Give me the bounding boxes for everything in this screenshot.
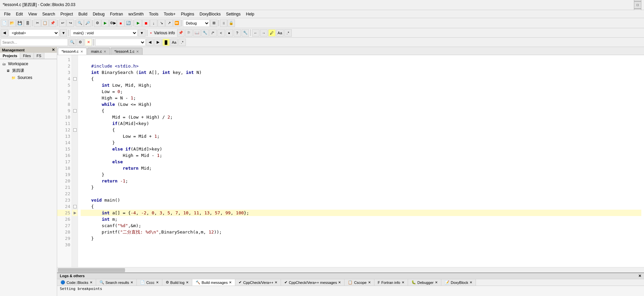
btab-search[interactable]: 🔍 Search results ✕ (96, 279, 137, 286)
btab-cppcheck-close[interactable]: ✕ (275, 281, 277, 284)
menu-build[interactable]: Build (76, 11, 90, 17)
tb-run[interactable]: ▶ (102, 19, 109, 27)
vi-btn6[interactable]: < (217, 29, 225, 37)
vi-btn3[interactable]: 📖 (193, 29, 201, 37)
tab-mainc[interactable]: main.c ✕ (87, 48, 110, 55)
btab-buildlog-close[interactable]: ✕ (186, 281, 189, 284)
fold-9[interactable]: - (72, 108, 78, 114)
tree-item-workspace[interactable]: 🗂 Workspace (0, 60, 57, 67)
search-input[interactable] (1, 39, 68, 46)
vi-btn5[interactable]: /* (209, 29, 217, 37)
vi-btn9[interactable]: 🔧 (242, 29, 249, 37)
btab-buildmsg[interactable]: 🔨 Build messages ✕ (192, 279, 236, 286)
btab-debugger[interactable]: 🐛 Debugger ✕ (408, 279, 441, 286)
tab-lesson41c[interactable]: *lesson4.1.c ✕ (111, 48, 143, 55)
search-regex-btn[interactable]: .* (178, 39, 186, 46)
tab-lesson4c[interactable]: *lesson4.c ✕ (58, 48, 87, 55)
tb-func-arrow[interactable]: ▼ (138, 29, 146, 37)
tb-undo[interactable]: ↩ (59, 19, 66, 27)
menu-doxyblocks[interactable]: DoxyBlocks (197, 11, 224, 17)
tab-lesson4c-close[interactable]: ✕ (80, 50, 83, 53)
tb-debug[interactable]: ▶ (134, 19, 142, 27)
tab-fs[interactable]: FS (34, 53, 44, 59)
menu-tools-plus[interactable]: Tools+ (161, 11, 178, 17)
vi-btn7[interactable]: ● (226, 29, 233, 37)
code-text[interactable]: #include <stdio.h> int BinarySearch (int… (78, 55, 644, 267)
bottom-close-btn[interactable]: ✕ (638, 274, 641, 278)
btab-debugger-close[interactable]: ✕ (435, 281, 438, 284)
tb-find[interactable]: 🔍 (76, 19, 84, 27)
tb-cut[interactable]: ✂ (34, 19, 41, 27)
function-combo[interactable]: main() : void (70, 29, 137, 37)
tb-stop-debug[interactable]: ⏹ (142, 19, 150, 27)
btab-cccc-close[interactable]: ✕ (156, 281, 159, 284)
hscroll-thumb[interactable] (58, 268, 125, 272)
btab-cscope[interactable]: 📋 Cscope ✕ (345, 279, 374, 286)
btab-codeblocks[interactable]: 🔵 Code::Blocks ✕ (57, 279, 96, 286)
btab-cb-close[interactable]: ✕ (90, 281, 92, 284)
vi-btn12[interactable]: 🖊 (268, 29, 276, 37)
menu-project[interactable]: Project (58, 11, 76, 17)
vi-btn4[interactable]: 🔧 (201, 29, 209, 37)
tb-abort[interactable]: ⏸ (220, 19, 227, 27)
search-next-btn[interactable]: ▶ (154, 39, 162, 46)
management-close-button[interactable]: ✕ (52, 48, 55, 52)
menu-search[interactable]: Search (40, 11, 58, 17)
tb-jump-back[interactable]: ◀ (1, 29, 8, 37)
vi-btn1[interactable]: 📌 (177, 29, 185, 37)
build-target-combo[interactable]: Debug Release (183, 19, 210, 27)
search-scope-combo[interactable] (95, 39, 146, 46)
menu-edit[interactable]: Edit (13, 11, 26, 17)
menu-view[interactable]: View (26, 11, 40, 17)
fold-24[interactable]: - (72, 203, 78, 210)
search-settings-btn[interactable]: ⚙ (77, 39, 84, 46)
tb-build-config[interactable]: ⊞ (210, 19, 217, 27)
tab-projects[interactable]: Projects (0, 53, 20, 59)
btab-cppcheckmsg-close[interactable]: ✕ (338, 281, 341, 284)
tb-global-arrow[interactable]: ▼ (60, 29, 67, 37)
tb-new[interactable]: 📄 (1, 19, 8, 27)
search-case-btn[interactable]: Aa (170, 39, 178, 46)
tree-item-project[interactable]: 🖥 第四课 (0, 67, 57, 74)
menu-fortran[interactable]: Fortran (107, 11, 126, 17)
vi-btn8[interactable]: ? (234, 29, 241, 37)
tb-copy[interactable]: 📋 (41, 19, 49, 27)
btab-fortran-close[interactable]: ✕ (402, 281, 404, 284)
btab-buildmsg-close[interactable]: ✕ (229, 281, 232, 284)
tb-build-run[interactable]: ⚙▶ (109, 19, 117, 27)
tb-stop[interactable]: ■ (117, 19, 124, 27)
fold-4[interactable]: - (72, 76, 78, 82)
tb-save[interactable]: 💾 (16, 19, 24, 27)
fold-12[interactable]: - (72, 127, 78, 133)
search-hl-btn[interactable]: █ (162, 39, 170, 46)
tb-redo[interactable]: ↪ (67, 19, 74, 27)
menu-settings[interactable]: Settings (223, 11, 243, 17)
tab-files[interactable]: Files (20, 53, 34, 59)
btab-cscope-close[interactable]: ✕ (368, 281, 371, 284)
tb-step-in[interactable]: ↘ (158, 19, 165, 27)
menu-wxsmith[interactable]: wxSmith (126, 11, 146, 17)
tb-continue[interactable]: ⏩ (173, 19, 180, 27)
menu-file[interactable]: File (1, 11, 13, 17)
btab-cppcheck[interactable]: ✔ CppCheck/Vera++ ✕ (235, 279, 281, 286)
search-prev-btn[interactable]: ◀ (146, 39, 154, 46)
menu-plugins[interactable]: Plugins (178, 11, 197, 17)
maximize-button[interactable]: □ (634, 1, 641, 9)
tree-item-sources[interactable]: 📁 Sources (0, 74, 57, 81)
btab-buildlog[interactable]: ⚙ Build log ✕ (162, 279, 192, 286)
search-highlight-btn[interactable]: ✕ (85, 39, 92, 46)
tb-next-line[interactable]: ↓ (150, 19, 157, 27)
btab-cppcheck-msg[interactable]: ✔ CppCheck/Vera++ messages ✕ (281, 279, 345, 286)
btab-doxyblock-close[interactable]: ✕ (470, 281, 472, 284)
tb-lock[interactable]: 🔒 (228, 19, 235, 27)
btab-search-close[interactable]: ✕ (130, 281, 133, 284)
tb-build-settings[interactable]: ⚙ (94, 19, 101, 27)
hscroll-bar[interactable] (57, 267, 644, 272)
btab-fortran[interactable]: F Fortran info ✕ (374, 279, 408, 286)
btab-doxyblock[interactable]: 📝 DoxyBlock ✕ (441, 279, 476, 286)
btab-cccc[interactable]: 📄 Cccc ✕ (137, 279, 162, 286)
tb-replace[interactable]: 🔎 (84, 19, 91, 27)
tab-mainc-close[interactable]: ✕ (104, 50, 106, 53)
tb-paste[interactable]: 📌 (49, 19, 56, 27)
menu-help[interactable]: Help (243, 11, 257, 17)
